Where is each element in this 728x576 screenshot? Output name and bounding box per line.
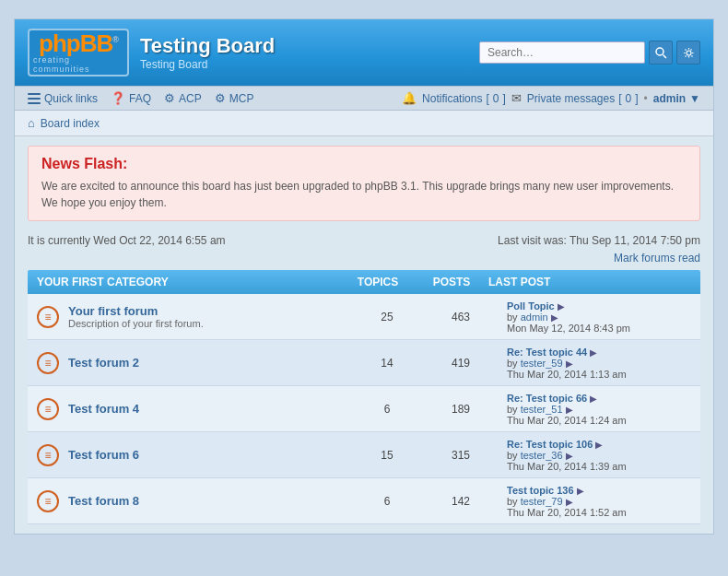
forum-info: Test forum 6 [68, 448, 139, 462]
forum-name-link[interactable]: Your first forum [68, 304, 204, 318]
last-post-info: Re: Test topic 66 ▶ by tester_51 ▶ Thu M… [498, 387, 700, 431]
dropdown-arrow: ▼ [689, 92, 700, 105]
forum-info: Test forum 2 [68, 356, 139, 370]
lastpost-header: LAST POST [488, 276, 691, 288]
notifications-link[interactable]: Notifications [0] [422, 92, 506, 105]
view-post-icon[interactable]: ▶ [577, 486, 584, 496]
topics-count: 6 [350, 488, 424, 515]
last-post-user-icon: ▶ [566, 451, 573, 461]
topics-count: 14 [350, 349, 424, 377]
last-post-date: Thu Mar 20, 2014 1:13 am [507, 369, 691, 380]
search-icon [655, 47, 667, 59]
forum-name-link[interactable]: Test forum 8 [68, 494, 139, 508]
forum-name-link[interactable]: Test forum 4 [68, 402, 139, 416]
view-post-icon[interactable]: ▶ [590, 394, 597, 404]
forum-status-icon: ≡ [37, 352, 59, 374]
posts-count: 315 [424, 441, 498, 469]
pm-label: Private messages [527, 92, 615, 105]
status-bar: It is currently Wed Oct 22, 2014 6:55 am… [15, 230, 713, 251]
last-post-title-link[interactable]: Poll Topic [507, 300, 555, 312]
breadcrumb: ⌂ Board index [15, 111, 713, 136]
board-title-area: Testing Board Testing Board [140, 34, 275, 71]
nav-right: 🔔 Notifications [0] ✉ Private messages [… [402, 91, 700, 105]
mark-forums-read-link[interactable]: Mark forums read [614, 252, 700, 264]
navbar: Quick links ❓ FAQ ⚙ ACP ⚙ MCP 🔔 Notifica… [15, 86, 713, 111]
last-post-by: by tester_36 ▶ [507, 450, 691, 461]
svg-rect-3 [28, 93, 41, 95]
last-post-title-link[interactable]: Test topic 136 [507, 485, 574, 496]
notifications-icon: 🔔 [402, 91, 417, 105]
breadcrumb-home[interactable]: Board index [41, 117, 100, 130]
section-header: YOUR FIRST CATEGORY TOPICS POSTS LAST PO… [28, 270, 700, 294]
quick-links-label: Quick links [44, 92, 98, 105]
last-post-info: Re: Test topic 44 ▶ by tester_59 ▶ Thu M… [498, 341, 700, 385]
last-post-by: by tester_59 ▶ [507, 358, 691, 369]
last-post-by: by tester_51 ▶ [507, 404, 691, 415]
table-row: ≡ Test forum 2 14 419 Re: Test topic 44 … [28, 340, 700, 386]
acp-icon: ⚙ [164, 91, 175, 105]
notifications-count: 0 [493, 92, 499, 105]
acp-link[interactable]: ⚙ ACP [164, 91, 202, 105]
forum-status-icon: ≡ [37, 444, 59, 466]
last-post-user-icon: ▶ [551, 312, 558, 323]
topics-header: TOPICS [341, 276, 415, 288]
quick-links-menu[interactable]: Quick links [28, 92, 98, 105]
search-button[interactable] [649, 41, 673, 65]
table-row: ≡ Your first forum Description of your f… [28, 294, 700, 340]
last-visit: Last visit was: Thu Sep 11, 2014 7:50 pm [498, 234, 700, 247]
news-title: News Flash: [41, 156, 687, 172]
last-post-title-link[interactable]: Re: Test topic 106 [507, 439, 593, 450]
last-post-date: Thu Mar 20, 2014 1:39 am [507, 461, 691, 472]
last-post-title-link[interactable]: Re: Test topic 66 [507, 393, 587, 404]
forum-status-icon: ≡ [37, 306, 59, 328]
last-post-user-link[interactable]: admin [521, 312, 548, 323]
mcp-link[interactable]: ⚙ MCP [215, 91, 254, 105]
pm-icon: ✉ [511, 91, 522, 105]
acp-label: ACP [179, 92, 202, 105]
svg-point-0 [656, 48, 663, 55]
logo-bb: BB [80, 29, 113, 57]
faq-link[interactable]: ❓ FAQ [111, 91, 151, 105]
last-post-title-link[interactable]: Re: Test topic 44 [507, 347, 587, 358]
search-input[interactable] [479, 41, 645, 64]
last-post-info: Test topic 136 ▶ by tester_79 ▶ Thu Mar … [498, 479, 700, 523]
last-post-user-icon: ▶ [566, 405, 573, 415]
logo-area: phpBB® creating communities Testing Boar… [28, 29, 275, 76]
pm-count: 0 [626, 92, 632, 105]
separator-dot: • [644, 92, 648, 105]
forum-name-link[interactable]: Test forum 6 [68, 448, 139, 462]
forum-rows: ≡ Your first forum Description of your f… [28, 294, 700, 524]
forum-name-link[interactable]: Test forum 2 [68, 356, 139, 370]
svg-line-1 [663, 54, 666, 58]
forum-info: Test forum 4 [68, 402, 139, 416]
forum-section: YOUR FIRST CATEGORY TOPICS POSTS LAST PO… [28, 270, 700, 524]
user-menu[interactable]: admin ▼ [653, 92, 700, 105]
forum-status-icon: ≡ [37, 398, 59, 420]
last-post-user-link[interactable]: tester_51 [521, 404, 563, 415]
notifications-label: Notifications [422, 92, 482, 105]
last-post-user-link[interactable]: tester_59 [521, 358, 563, 369]
mcp-icon: ⚙ [215, 91, 226, 105]
last-post-user-link[interactable]: tester_79 [521, 496, 563, 507]
view-post-icon[interactable]: ▶ [558, 301, 565, 312]
posts-count: 142 [424, 488, 498, 515]
news-body: We are excited to announce this board ha… [41, 178, 687, 211]
news-flash-box: News Flash: We are excited to announce t… [28, 146, 700, 221]
current-time: It is currently Wed Oct 22, 2014 6:55 am [28, 234, 226, 247]
forum-info: Your first forum Description of your fir… [68, 304, 204, 329]
gear-icon [683, 47, 695, 59]
pm-link[interactable]: Private messages [0] [527, 92, 639, 105]
advanced-search-button[interactable] [676, 41, 700, 65]
last-post-date: Thu Mar 20, 2014 1:52 am [507, 507, 691, 518]
logo-reg: ® [112, 35, 118, 44]
topics-count: 25 [350, 303, 424, 331]
home-icon: ⌂ [28, 116, 35, 130]
last-post-user-link[interactable]: tester_36 [521, 450, 563, 461]
svg-point-2 [687, 51, 691, 55]
view-post-icon[interactable]: ▶ [590, 347, 597, 358]
forum-main-col: ≡ Test forum 8 [28, 483, 350, 520]
logo-text: phpBB® [39, 31, 118, 55]
menu-icon [28, 93, 41, 104]
posts-header: POSTS [415, 276, 488, 288]
view-post-icon[interactable]: ▶ [595, 440, 603, 450]
